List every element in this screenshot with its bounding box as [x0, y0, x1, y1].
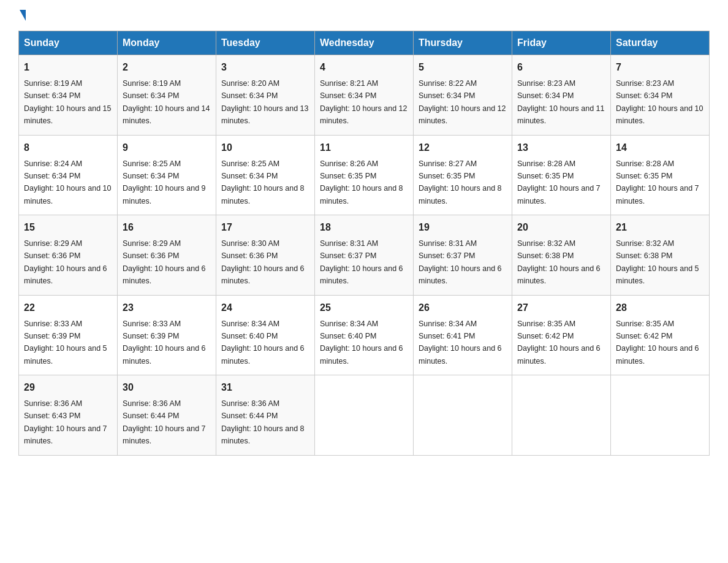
calendar-cell: 8Sunrise: 8:24 AMSunset: 6:34 PMDaylight…	[19, 135, 118, 215]
calendar-cell: 2Sunrise: 8:19 AMSunset: 6:34 PMDaylight…	[118, 55, 216, 136]
day-info: Sunrise: 8:21 AMSunset: 6:34 PMDaylight:…	[320, 79, 407, 125]
calendar-cell: 23Sunrise: 8:33 AMSunset: 6:39 PMDayligh…	[118, 295, 216, 375]
header-friday: Friday	[512, 31, 611, 55]
calendar-cell	[512, 375, 611, 456]
day-number: 25	[320, 301, 408, 315]
day-info: Sunrise: 8:32 AMSunset: 6:38 PMDaylight:…	[616, 239, 699, 285]
day-number: 3	[221, 60, 309, 75]
day-info: Sunrise: 8:19 AMSunset: 6:34 PMDaylight:…	[123, 79, 210, 125]
calendar-cell: 1Sunrise: 8:19 AMSunset: 6:34 PMDaylight…	[19, 55, 118, 136]
calendar-cell: 17Sunrise: 8:30 AMSunset: 6:36 PMDayligh…	[216, 215, 315, 296]
calendar-cell: 24Sunrise: 8:34 AMSunset: 6:40 PMDayligh…	[216, 295, 315, 375]
day-info: Sunrise: 8:27 AMSunset: 6:35 PMDaylight:…	[419, 159, 502, 205]
day-number: 5	[419, 60, 507, 75]
calendar-cell: 19Sunrise: 8:31 AMSunset: 6:37 PMDayligh…	[414, 215, 512, 296]
day-number: 7	[616, 60, 704, 75]
calendar-cell: 21Sunrise: 8:32 AMSunset: 6:38 PMDayligh…	[611, 215, 710, 296]
header-monday: Monday	[118, 31, 216, 55]
calendar-cell: 12Sunrise: 8:27 AMSunset: 6:35 PMDayligh…	[414, 135, 512, 215]
calendar-cell: 9Sunrise: 8:25 AMSunset: 6:34 PMDaylight…	[118, 135, 216, 215]
calendar-table: SundayMondayTuesdayWednesdayThursdayFrid…	[18, 31, 710, 456]
day-info: Sunrise: 8:19 AMSunset: 6:34 PMDaylight:…	[24, 79, 111, 125]
day-number: 4	[320, 60, 408, 75]
calendar-cell: 20Sunrise: 8:32 AMSunset: 6:38 PMDayligh…	[512, 215, 611, 296]
day-info: Sunrise: 8:24 AMSunset: 6:34 PMDaylight:…	[24, 159, 111, 205]
day-info: Sunrise: 8:31 AMSunset: 6:37 PMDaylight:…	[320, 239, 403, 285]
day-number: 9	[123, 140, 211, 155]
day-number: 20	[517, 220, 605, 235]
day-number: 18	[320, 220, 408, 235]
day-info: Sunrise: 8:34 AMSunset: 6:40 PMDaylight:…	[320, 320, 403, 366]
calendar-cell: 6Sunrise: 8:23 AMSunset: 6:34 PMDaylight…	[512, 55, 611, 136]
day-info: Sunrise: 8:20 AMSunset: 6:34 PMDaylight:…	[221, 79, 308, 125]
header-sunday: Sunday	[19, 31, 118, 55]
header-thursday: Thursday	[414, 31, 512, 55]
day-info: Sunrise: 8:32 AMSunset: 6:38 PMDaylight:…	[517, 239, 601, 285]
day-info: Sunrise: 8:29 AMSunset: 6:36 PMDaylight:…	[24, 239, 107, 285]
calendar-cell: 29Sunrise: 8:36 AMSunset: 6:43 PMDayligh…	[19, 375, 118, 456]
day-info: Sunrise: 8:36 AMSunset: 6:43 PMDaylight:…	[24, 399, 107, 445]
day-info: Sunrise: 8:23 AMSunset: 6:34 PMDaylight:…	[616, 79, 703, 125]
calendar-cell: 26Sunrise: 8:34 AMSunset: 6:41 PMDayligh…	[414, 295, 512, 375]
day-number: 2	[123, 60, 211, 75]
header-tuesday: Tuesday	[216, 31, 315, 55]
day-number: 1	[24, 60, 112, 75]
day-info: Sunrise: 8:25 AMSunset: 6:34 PMDaylight:…	[123, 159, 206, 205]
day-info: Sunrise: 8:28 AMSunset: 6:35 PMDaylight:…	[517, 159, 601, 205]
day-info: Sunrise: 8:33 AMSunset: 6:39 PMDaylight:…	[123, 320, 206, 366]
day-number: 10	[221, 140, 309, 155]
week-row-2: 8Sunrise: 8:24 AMSunset: 6:34 PMDaylight…	[19, 135, 710, 215]
day-number: 14	[616, 140, 704, 155]
day-number: 24	[221, 301, 309, 315]
day-info: Sunrise: 8:34 AMSunset: 6:41 PMDaylight:…	[419, 320, 502, 366]
day-number: 12	[419, 140, 507, 155]
header-saturday: Saturday	[611, 31, 710, 55]
day-info: Sunrise: 8:35 AMSunset: 6:42 PMDaylight:…	[616, 320, 699, 366]
day-number: 13	[517, 140, 605, 155]
calendar-cell: 22Sunrise: 8:33 AMSunset: 6:39 PMDayligh…	[19, 295, 118, 375]
calendar-cell	[315, 375, 414, 456]
calendar-cell: 5Sunrise: 8:22 AMSunset: 6:34 PMDaylight…	[414, 55, 512, 136]
week-row-3: 15Sunrise: 8:29 AMSunset: 6:36 PMDayligh…	[19, 215, 710, 296]
day-info: Sunrise: 8:22 AMSunset: 6:34 PMDaylight:…	[419, 79, 506, 125]
calendar-cell: 16Sunrise: 8:29 AMSunset: 6:36 PMDayligh…	[118, 215, 216, 296]
page-header	[18, 12, 710, 18]
day-number: 23	[123, 301, 211, 315]
day-info: Sunrise: 8:33 AMSunset: 6:39 PMDaylight:…	[24, 320, 107, 366]
day-number: 11	[320, 140, 408, 155]
calendar-cell: 30Sunrise: 8:36 AMSunset: 6:44 PMDayligh…	[118, 375, 216, 456]
logo-text	[18, 12, 26, 21]
day-info: Sunrise: 8:36 AMSunset: 6:44 PMDaylight:…	[221, 399, 305, 445]
calendar-header-row: SundayMondayTuesdayWednesdayThursdayFrid…	[19, 31, 710, 55]
day-number: 15	[24, 220, 112, 235]
day-number: 26	[419, 301, 507, 315]
day-info: Sunrise: 8:26 AMSunset: 6:35 PMDaylight:…	[320, 159, 403, 205]
day-number: 29	[24, 380, 112, 395]
calendar-cell: 25Sunrise: 8:34 AMSunset: 6:40 PMDayligh…	[315, 295, 414, 375]
calendar-cell: 4Sunrise: 8:21 AMSunset: 6:34 PMDaylight…	[315, 55, 414, 136]
day-number: 22	[24, 301, 112, 315]
logo-triangle-icon	[20, 10, 26, 21]
day-number: 16	[123, 220, 211, 235]
calendar-cell: 27Sunrise: 8:35 AMSunset: 6:42 PMDayligh…	[512, 295, 611, 375]
week-row-4: 22Sunrise: 8:33 AMSunset: 6:39 PMDayligh…	[19, 295, 710, 375]
week-row-5: 29Sunrise: 8:36 AMSunset: 6:43 PMDayligh…	[19, 375, 710, 456]
day-info: Sunrise: 8:30 AMSunset: 6:36 PMDaylight:…	[221, 239, 305, 285]
week-row-1: 1Sunrise: 8:19 AMSunset: 6:34 PMDaylight…	[19, 55, 710, 136]
day-info: Sunrise: 8:23 AMSunset: 6:34 PMDaylight:…	[517, 79, 604, 125]
day-number: 27	[517, 301, 605, 315]
calendar-cell: 28Sunrise: 8:35 AMSunset: 6:42 PMDayligh…	[611, 295, 710, 375]
day-number: 8	[24, 140, 112, 155]
day-info: Sunrise: 8:25 AMSunset: 6:34 PMDaylight:…	[221, 159, 305, 205]
calendar-cell: 15Sunrise: 8:29 AMSunset: 6:36 PMDayligh…	[19, 215, 118, 296]
calendar-cell	[611, 375, 710, 456]
day-number: 31	[221, 380, 309, 395]
calendar-cell: 31Sunrise: 8:36 AMSunset: 6:44 PMDayligh…	[216, 375, 315, 456]
logo	[18, 12, 26, 18]
day-number: 17	[221, 220, 309, 235]
day-info: Sunrise: 8:35 AMSunset: 6:42 PMDaylight:…	[517, 320, 601, 366]
day-number: 19	[419, 220, 507, 235]
calendar-cell: 11Sunrise: 8:26 AMSunset: 6:35 PMDayligh…	[315, 135, 414, 215]
calendar-cell: 10Sunrise: 8:25 AMSunset: 6:34 PMDayligh…	[216, 135, 315, 215]
day-number: 30	[123, 380, 211, 395]
